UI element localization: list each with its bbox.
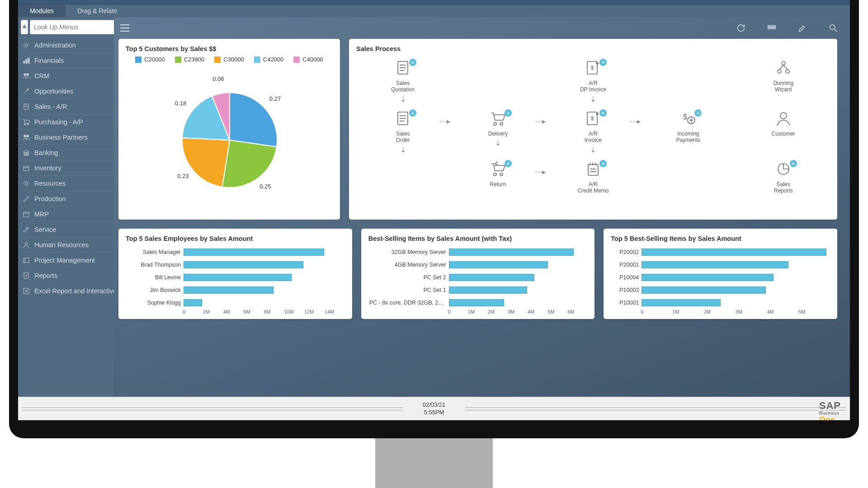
axis-tick: 12M [304, 309, 325, 314]
flow-node-a-r-invoice[interactable]: ⋯▸$+A/RInvoice⇣ [547, 108, 640, 157]
sidebar-item-excel-report-and-interactive-a[interactable]: Excel Report and Interactive A [18, 283, 114, 298]
pie-slice [182, 138, 230, 187]
hbar-row: P10004 [612, 274, 830, 281]
favorites-button[interactable] [21, 20, 28, 34]
hbar-row: Sophie Klogg [127, 299, 345, 306]
hbar-fill [184, 286, 274, 294]
sidebar-item-business-partners[interactable]: Business Partners [18, 129, 114, 145]
tab-modules[interactable]: Modules [18, 5, 66, 17]
axis-tick: 6M [243, 309, 264, 314]
svg-rect-25 [768, 26, 776, 27]
gear-icon [23, 42, 30, 49]
sidebar-item-banking[interactable]: Banking [18, 145, 114, 160]
sidebar-item-label: Administration [34, 42, 76, 49]
status-field-2[interactable] [22, 410, 403, 411]
flow-add-badge-icon[interactable]: + [599, 109, 607, 117]
hbar-row: Bill Levine [127, 274, 345, 281]
flow-add-badge-icon[interactable]: + [505, 160, 512, 167]
tab-drag-relate[interactable]: Drag & Relate [66, 5, 129, 17]
sidebar-item-human-resources[interactable]: Human Resources [18, 237, 114, 252]
card-title: Top 5 Customers by Sales $$ [126, 45, 333, 52]
status-field-1[interactable] [22, 407, 403, 408]
flow-add-badge-icon[interactable]: + [505, 109, 512, 117]
card-title: Sales Process [356, 45, 830, 52]
sidebar-item-project-management[interactable]: Project Management [18, 252, 114, 267]
flow-node-delivery[interactable]: ⋯▸+Delivery⇣ [451, 108, 544, 157]
hbar-label: Bill Levine [127, 274, 181, 281]
sidebar-item-purchasing-a-p[interactable]: Purchasing - A/P [18, 114, 114, 129]
hbar-label: Jim Boswick [127, 287, 181, 293]
flow-node-sales-reports[interactable]: +SalesReports [737, 159, 830, 208]
hbar-fill [449, 299, 505, 306]
sidebar-item-production[interactable]: Production [18, 191, 114, 206]
project-icon [23, 257, 30, 264]
search-input[interactable] [34, 23, 114, 31]
flow-node-a-r-dp-invoice[interactable]: $+A/RDP Invoice⇣ [547, 58, 640, 107]
hbar-label: PC Set 2 [369, 274, 446, 281]
sidebar-item-financials[interactable]: Financials [18, 52, 114, 68]
hbar-fill [449, 286, 528, 294]
sidebar-item-reports[interactable]: Reports [18, 267, 114, 283]
flow-node-a-r-credit-memo[interactable]: ⋯▸+A/RCredit Memo [547, 159, 640, 208]
flow-add-badge-icon[interactable]: + [790, 160, 797, 167]
chart-icon [23, 57, 30, 64]
sidebar-item-sales-a-r[interactable]: Sales - A/R [18, 99, 114, 114]
sidebar-item-crm[interactable]: CRM [18, 68, 114, 83]
hamburger-button[interactable] [118, 21, 132, 35]
pie-label: 0.06 [212, 75, 224, 82]
axis-tick: 2M [488, 309, 508, 314]
status-field-4[interactable] [465, 410, 846, 411]
monitor-stand [375, 438, 493, 488]
menu-search[interactable] [30, 20, 127, 34]
legend-item: C40000 [293, 56, 323, 63]
card-top-customers: Top 5 Customers by Sales $$ C20000C23900… [118, 39, 340, 220]
flow-node-sales-quotation[interactable]: +SalesQuotation⇣ [356, 58, 449, 107]
flow-add-badge-icon[interactable]: + [599, 160, 607, 167]
edit-icon[interactable] [797, 23, 807, 33]
status-bar: 02/03/21 5:55PM SAPBusinessOne [18, 397, 850, 420]
flow-add-badge-icon[interactable]: + [409, 59, 416, 66]
hbar-fill [449, 249, 574, 256]
svg-rect-15 [24, 166, 29, 171]
excel-icon [23, 287, 30, 295]
svg-point-37 [778, 70, 781, 73]
pie-chart: 0.270.250.230.180.06 [126, 66, 334, 201]
flow-node-label: SalesOrder [396, 131, 410, 144]
svg-point-52 [494, 173, 496, 176]
layout-icon[interactable] [767, 23, 777, 33]
flow-add-badge-icon[interactable]: + [694, 109, 702, 117]
flow-add-badge-icon[interactable]: + [599, 59, 607, 66]
hbar-fill [184, 274, 292, 281]
sidebar-item-mrp[interactable]: MRP [18, 206, 114, 221]
pie-label: 0.25 [259, 183, 271, 190]
sidebar-item-inventory[interactable]: Inventory [18, 160, 114, 175]
search-icon[interactable] [828, 23, 838, 33]
card-top-employees: Top 5 Sales Employees by Sales Amount Sa… [118, 229, 352, 319]
card-top-items-code: Top 5 Best-Selling Items by Sales Amount… [604, 229, 837, 319]
flow-arrow-down-icon: ⇣ [400, 145, 406, 154]
status-field-3[interactable] [465, 407, 846, 408]
flow-node-label: A/RDP Invoice [580, 80, 606, 93]
refresh-icon[interactable] [736, 23, 746, 33]
sidebar-item-service[interactable]: Service [18, 221, 114, 237]
pie-label: 0.23 [177, 173, 189, 179]
hbar-label: P10001 [612, 300, 639, 306]
axis-tick: 5M [798, 309, 830, 314]
flow-node-label: SalesQuotation [391, 80, 415, 93]
flow-node-sales-order[interactable]: +SalesOrder⇣ [356, 108, 449, 157]
sidebar: AdministrationFinancialsCRMOpportunities… [18, 17, 114, 397]
flow-add-badge-icon[interactable]: + [409, 109, 416, 117]
sidebar-item-opportunities[interactable]: Opportunities [18, 83, 114, 99]
axis-tick: 3M [736, 309, 767, 314]
sidebar-item-resources[interactable]: Resources [18, 175, 114, 191]
axis-tick: 3M [508, 309, 528, 314]
flow-node-dunning-wizard[interactable]: DunningWizard [737, 58, 830, 107]
flow-node-customer[interactable]: Customer [737, 108, 830, 157]
flow-node-return[interactable]: +Return [451, 159, 544, 208]
flow-node-incoming-payments[interactable]: ⋯▸$+IncomingPayments [642, 108, 735, 157]
svg-point-53 [500, 173, 503, 176]
sidebar-item-administration[interactable]: Administration [18, 37, 114, 52]
pie-label: 0.27 [269, 95, 281, 102]
flow-arrow-right-icon: ⋯▸ [630, 113, 641, 129]
hbar-label: Sales Manager [127, 249, 181, 255]
